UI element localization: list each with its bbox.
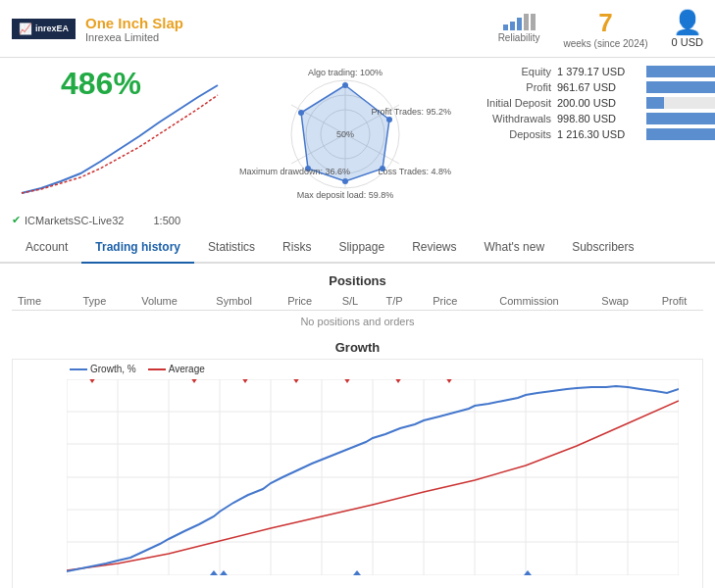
tab-trading-history[interactable]: Trading history [81,232,194,264]
legend-growth: Growth, % [90,364,136,374]
radar-label-loss: Loss Trades: 4.8% [378,167,451,176]
metric-bar-inner [646,113,715,124]
svg-marker-44 [524,570,532,575]
metric-label: Withdrawals [463,113,551,124]
metric-row: Initial Deposit 200.00 USD [463,97,715,109]
metric-row: Equity 1 379.17 USD [463,66,715,77]
radar-label-deposit: Maximum drawdown: 36.6% [239,167,350,176]
col-header: T/P [372,292,417,311]
metric-bar-inner [646,66,715,77]
brand-subtitle: Inrexea Limited [85,31,183,43]
metric-value: 998.80 USD [557,113,640,124]
svg-marker-43 [353,570,361,575]
radar-section: 50% Algo trading: 100% Profit Trades: 95… [237,66,453,206]
growth-section: Growth Growth, % Average [12,340,703,588]
svg-point-10 [342,178,348,184]
col-header: Price [272,292,329,311]
metric-value: 961.67 USD [557,81,640,93]
tab-whats-new[interactable]: What's new [470,232,558,264]
col-header: Type [67,292,122,311]
broker-info: ✔ ICMarketsSC-Live32 [12,214,124,226]
svg-point-8 [386,117,392,122]
account-row: ✔ ICMarketsSC-Live32 1:500 [0,210,715,232]
tabs-container: AccountTrading historyStatisticsRisksSli… [0,232,715,264]
logo-box: 📈 inrexEA [12,19,76,39]
svg-marker-42 [220,570,228,575]
svg-marker-39 [394,379,402,383]
metric-row: Profit 961.67 USD [463,81,715,93]
col-header: S/L [329,292,373,311]
percent-badge: 486% [61,66,141,102]
col-header: Symbol [197,292,272,311]
svg-marker-38 [343,379,351,383]
weeks-stat: 7 weeks (since 2024) [563,8,647,49]
radar-label-profit: Profit Trades: 95.2% [371,107,451,117]
radar-chart: 50% [237,66,453,203]
content-area: Positions TimeTypeVolumeSymbolPriceS/LT/… [0,264,715,588]
brand-info: One Inch Slap Inrexea Limited [85,15,183,43]
growth-title: Growth [12,340,703,355]
svg-point-7 [342,82,348,88]
metric-bar-outer [646,128,715,140]
svg-marker-41 [210,570,218,575]
metric-bar-outer [646,97,715,109]
col-header: Profit [645,292,703,311]
metric-value: 200.00 USD [557,97,640,109]
metric-label: Profit [463,81,551,93]
metric-value: 1 379.17 USD [557,66,640,77]
growth-preview: 486% [12,66,228,206]
weeks-label: weeks (since 2024) [563,38,647,49]
leverage: 1:500 [153,215,180,226]
col-header: Price [417,292,474,311]
logo-text: inrexEA [35,24,69,33]
metric-bar-outer [646,81,715,93]
logo-icon: 📈 [19,23,32,35]
positions-section: Positions TimeTypeVolumeSymbolPriceS/LT/… [12,273,703,332]
radar-label-algo: Algo trading: 100% [308,68,383,77]
tab-statistics[interactable]: Statistics [194,232,269,264]
metrics-bars: Equity 1 379.17 USD Profit 961.67 USD In… [463,66,715,140]
tab-reviews[interactable]: Reviews [398,232,470,264]
chart-legend: Growth, % Average [70,364,205,374]
legend-average: Average [169,364,205,374]
reliability-stat: Reliability [498,14,540,43]
main-top: 486% 50% A [0,58,715,210]
metric-label: Initial Deposit [463,97,551,109]
metric-bar-inner [646,97,664,109]
metric-label: Deposits [463,128,551,140]
metric-bar-outer [646,66,715,77]
brand-title: One Inch Slap [85,15,183,31]
reliability-label: Reliability [498,32,540,43]
positions-title: Positions [12,273,703,288]
reliability-bars [498,14,540,30]
broker-name: ICMarketsSC-Live32 [25,215,124,226]
tab-risks[interactable]: Risks [269,232,325,264]
svg-point-12 [298,110,304,116]
svg-marker-37 [292,379,300,383]
tab-account[interactable]: Account [12,232,81,264]
metric-row: Withdrawals 998.80 USD [463,113,715,124]
metrics-section: Equity 1 379.17 USD Profit 961.67 USD In… [463,66,715,144]
svg-text:50%: 50% [336,129,354,139]
col-header: Time [12,292,67,311]
positions-table: TimeTypeVolumeSymbolPriceS/LT/PPriceComm… [12,292,703,332]
svg-marker-34 [88,379,96,383]
radar-label-activity: Max deposit load: 59.8% [297,190,394,200]
growth-chart-svg: 600.00 500.00 400.00 300.00 200.00 100.0… [67,379,679,575]
svg-marker-40 [445,379,453,383]
weeks-value: 7 [563,8,647,38]
metric-bar-outer [646,113,715,124]
col-header: Swap [585,292,645,311]
metric-bar-inner [646,128,715,140]
balance-value: 0 USD [672,36,703,48]
tab-slippage[interactable]: Slippage [325,232,398,264]
metric-bar-inner [646,81,715,93]
metric-value: 1 216.30 USD [557,128,640,140]
tab-subscribers[interactable]: Subscribers [558,232,647,264]
col-header: Commission [474,292,585,311]
col-header: Volume [122,292,196,311]
metric-label: Equity [463,66,551,77]
svg-marker-35 [190,379,198,383]
no-positions: No positions and orders [12,311,703,333]
person-icon: 👤 [672,9,703,36]
